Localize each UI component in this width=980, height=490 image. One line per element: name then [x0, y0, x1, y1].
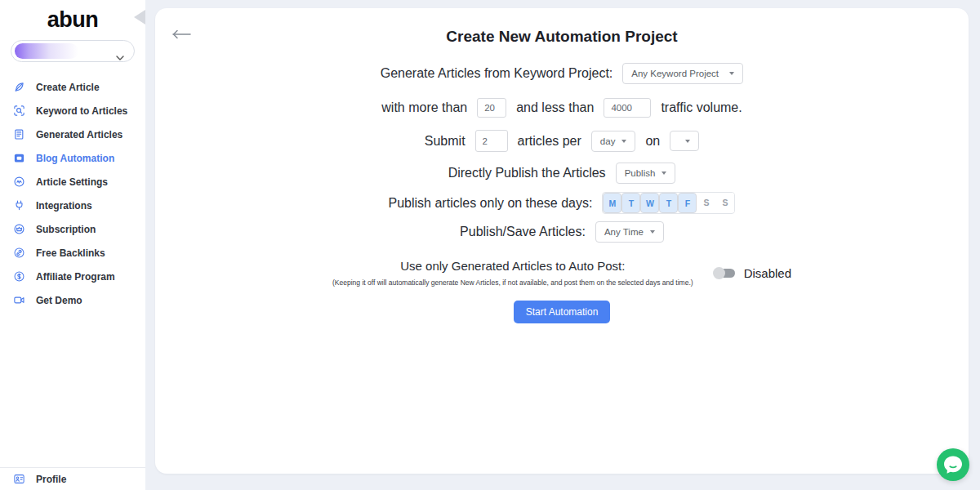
auto-post-row: Use only Generated Articles to Auto Post…: [332, 259, 791, 287]
auto-post-label: Use only Generated Articles to Auto Post…: [400, 259, 625, 273]
auto-post-toggle-block: Disabled: [715, 266, 791, 280]
chevron-down-icon: [662, 172, 666, 175]
traffic-middle-label: and less than: [516, 100, 594, 115]
affiliate-icon: [13, 270, 25, 283]
sidebar: abun Create Article Keyword to Articles …: [0, 0, 145, 490]
auto-post-toggle[interactable]: [715, 269, 735, 278]
main-panel: Create New Automation Project Generate A…: [155, 8, 969, 474]
day-toggle-thursday[interactable]: T: [659, 193, 678, 213]
traffic-volume-row: with more than and less than traffic vol…: [381, 98, 742, 118]
keyword-project-select[interactable]: Any Keyword Project: [622, 63, 743, 84]
day-toggle-tuesday[interactable]: T: [621, 193, 640, 213]
plug-icon: [13, 199, 25, 212]
automation-icon: [13, 152, 25, 164]
sidebar-item-free-backlinks[interactable]: Free Backlinks: [0, 241, 145, 265]
sidebar-item-label: Free Backlinks: [36, 247, 105, 259]
chevron-down-icon: [650, 230, 655, 234]
publish-days-label: Publish articles only on these days:: [389, 196, 593, 211]
auto-post-state-label: Disabled: [744, 266, 791, 280]
sidebar-item-article-settings[interactable]: Article Settings: [0, 170, 145, 194]
workspace-avatar: [15, 43, 78, 59]
sidebar-item-subscription[interactable]: Subscription: [0, 217, 145, 241]
back-arrow-icon[interactable]: [172, 28, 191, 41]
sidebar-item-label: Profile: [36, 474, 66, 485]
start-automation-button[interactable]: Start Automation: [514, 301, 611, 323]
submit-prefix-label: Submit: [425, 134, 466, 149]
publish-mode-label: Directly Publish the Articles: [448, 166, 606, 180]
keyword-project-value: Any Keyword Project: [631, 69, 719, 78]
sidebar-item-generated-articles[interactable]: Generated Articles: [0, 122, 145, 146]
workspace-selector[interactable]: [11, 40, 135, 62]
keyword-scan-icon: [13, 105, 25, 117]
auto-post-caption: (Keeping it off will automatically gener…: [332, 278, 693, 287]
period-select[interactable]: day: [591, 131, 636, 152]
sidebar-item-label: Get Demo: [36, 295, 82, 306]
sidebar-item-get-demo[interactable]: Get Demo: [0, 288, 145, 312]
submit-middle-label: articles per: [518, 134, 581, 149]
sidebar-item-label: Create Article: [36, 82, 100, 93]
chevron-down-icon: [685, 140, 690, 143]
app-logo: abun: [0, 0, 145, 33]
pen-icon: [13, 81, 25, 93]
sidebar-item-label: Keyword to Articles: [36, 105, 127, 117]
chevron-down-icon: [116, 49, 124, 54]
publish-time-value: Any Time: [604, 227, 644, 237]
traffic-suffix-label: traffic volume.: [661, 100, 742, 115]
sidebar-menu: Create Article Keyword to Articles Gener…: [0, 75, 145, 467]
sidebar-item-label: Subscription: [36, 224, 96, 235]
video-icon: [13, 294, 25, 306]
article-settings-icon: [13, 176, 25, 188]
automation-form: Generate Articles from Keyword Project: …: [155, 46, 969, 323]
profile-icon: [13, 473, 25, 485]
day-toggle-sunday[interactable]: S: [715, 193, 734, 212]
auto-post-text-block: Use only Generated Articles to Auto Post…: [332, 259, 693, 287]
article-list-icon: [13, 128, 25, 140]
sidebar-item-affiliate-program[interactable]: Affiliate Program: [0, 265, 145, 288]
sidebar-item-label: Integrations: [36, 200, 92, 212]
chevron-down-icon: [621, 140, 626, 143]
day-toggle-saturday[interactable]: S: [697, 193, 715, 212]
publish-time-row: Publish/Save Articles: Any Time: [460, 221, 664, 243]
publish-mode-value: Publish: [625, 168, 656, 178]
traffic-max-input[interactable]: [604, 98, 651, 118]
articles-count-input[interactable]: [475, 130, 508, 152]
chevron-down-icon: [729, 72, 734, 75]
day-toggle-friday[interactable]: F: [678, 193, 697, 213]
chat-widget-button[interactable]: [937, 448, 969, 481]
day-toggle-group: M T W T F S S: [602, 192, 735, 214]
sidebar-item-profile[interactable]: Profile: [0, 467, 145, 490]
keyword-project-row: Generate Articles from Keyword Project: …: [381, 63, 744, 84]
publish-time-label: Publish/Save Articles:: [460, 225, 586, 239]
publish-mode-select[interactable]: Publish: [616, 163, 676, 184]
subscription-icon: [13, 223, 25, 235]
on-label: on: [645, 134, 660, 149]
sidebar-item-integrations[interactable]: Integrations: [0, 194, 145, 217]
sidebar-item-blog-automation[interactable]: Blog Automation: [0, 146, 145, 170]
backlink-icon: [13, 247, 25, 259]
keyword-project-label: Generate Articles from Keyword Project:: [381, 66, 613, 81]
period-value: day: [600, 136, 616, 146]
sidebar-item-keyword-to-articles[interactable]: Keyword to Articles: [0, 99, 145, 122]
submit-schedule-row: Submit articles per day on: [425, 130, 699, 152]
traffic-min-input[interactable]: [477, 98, 506, 118]
sidebar-item-create-article[interactable]: Create Article: [0, 75, 145, 99]
sidebar-collapse-icon[interactable]: [134, 10, 145, 24]
sidebar-item-label: Affiliate Program: [36, 271, 115, 283]
page-title: Create New Automation Project: [155, 8, 969, 46]
publish-days-row: Publish articles only on these days: M T…: [389, 192, 736, 214]
publish-time-select[interactable]: Any Time: [595, 221, 664, 243]
sidebar-item-label: Generated Articles: [36, 129, 122, 140]
sidebar-item-label: Article Settings: [36, 176, 108, 188]
sidebar-item-label: Blog Automation: [36, 153, 114, 164]
traffic-prefix-label: with more than: [381, 100, 467, 115]
publish-mode-row: Directly Publish the Articles Publish: [448, 163, 676, 184]
day-toggle-wednesday[interactable]: W: [640, 193, 659, 213]
chat-bubble-icon: [942, 454, 964, 475]
toggle-knob-icon: [713, 267, 725, 279]
day-toggle-monday[interactable]: M: [603, 193, 621, 213]
on-select[interactable]: [670, 131, 699, 151]
